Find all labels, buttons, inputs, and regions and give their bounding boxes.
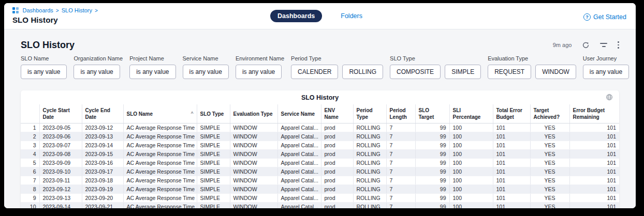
breadcrumb-link-slo-history[interactable]: SLO History bbox=[62, 7, 92, 13]
filter-label: SLO Name bbox=[21, 55, 67, 61]
table-cell-error_budget_remaining: 101 bbox=[569, 159, 619, 167]
table-cell-sli_percentage: 100 bbox=[449, 194, 493, 203]
column-header-slo_target[interactable]: SLO Target bbox=[415, 104, 449, 124]
dashboard-content: SLO History 9m ago SLO Nameis any valueO… bbox=[4, 29, 636, 208]
more-vertical-icon[interactable] bbox=[618, 40, 619, 50]
column-header-error_budget_remaining[interactable]: Error Budget Remaining bbox=[569, 104, 619, 124]
filter-label: Period Type bbox=[291, 55, 383, 61]
filter-chip[interactable]: WINDOW bbox=[535, 65, 576, 79]
table-cell-num: 2 bbox=[21, 132, 39, 141]
table-cell-service_name: Apparel Catal... bbox=[277, 159, 321, 167]
table-cell-cycle_end: 2023-09-13 bbox=[82, 132, 123, 141]
column-header-cycle_end[interactable]: Cycle End Date bbox=[82, 104, 123, 124]
filter-chip[interactable]: is any value bbox=[183, 65, 229, 79]
filter-chip-list: is any value bbox=[183, 65, 229, 79]
table-cell-slo_target: 99 bbox=[415, 124, 449, 132]
table-cell-total_error_budget: 101 bbox=[493, 185, 530, 194]
filter-chip[interactable]: is any value bbox=[21, 65, 67, 79]
filter-chip-list: COMPOSITESIMPLE bbox=[390, 65, 481, 79]
table-cell-cycle_start: 2023-09-12 bbox=[39, 185, 82, 194]
table-cell-error_budget_remaining: 101 bbox=[569, 176, 619, 185]
explore-globe-icon[interactable] bbox=[606, 94, 613, 101]
table-cell-cycle_start: 2023-09-06 bbox=[39, 132, 82, 141]
table-cell-cycle_end: 2023-09-21 bbox=[82, 203, 123, 209]
help-question-icon: ? bbox=[583, 13, 591, 21]
table-cell-slo_target: 99 bbox=[415, 159, 449, 167]
table-cell-sli_percentage: 100 bbox=[449, 124, 493, 132]
filter-chip[interactable]: is any value bbox=[236, 65, 282, 79]
column-header-label: Cycle End Date bbox=[85, 107, 110, 120]
column-header-env_name[interactable]: ENV Name bbox=[321, 104, 353, 124]
table-header-row: Cycle Start DateCycle End DateSLO Name^S… bbox=[21, 104, 619, 124]
column-header-period_length[interactable]: Period Length bbox=[386, 104, 415, 124]
filter-group: Period TypeCALENDERROLLING bbox=[291, 55, 383, 79]
slo-history-table: Cycle Start DateCycle End DateSLO Name^S… bbox=[21, 104, 619, 208]
filter-chip[interactable]: is any value bbox=[74, 65, 120, 79]
filter-chip-list: CALENDERROLLING bbox=[291, 65, 383, 79]
table-row: 32023-09-072023-09-14AC Average Response… bbox=[21, 141, 619, 150]
filter-chip[interactable]: ROLLING bbox=[342, 65, 383, 79]
filter-chip-list: is any value bbox=[21, 65, 67, 79]
table-cell-period_length: 7 bbox=[386, 185, 415, 194]
table-cell-target_achieved: YES bbox=[530, 194, 569, 203]
filter-label: Environment Name bbox=[236, 55, 284, 61]
table-cell-env_name: prod bbox=[321, 159, 353, 167]
filter-chip-list: is any value bbox=[129, 65, 175, 79]
column-header-service_name[interactable]: Service Name bbox=[277, 104, 321, 124]
filter-chip-list: is any value bbox=[74, 65, 123, 79]
column-header-slo_name[interactable]: SLO Name^ bbox=[123, 104, 197, 124]
column-header-target_achieved[interactable]: Target Achieved? bbox=[530, 104, 569, 124]
table-cell-slo_type: SIMPLE bbox=[197, 203, 230, 209]
table-cell-total_error_budget: 101 bbox=[493, 159, 530, 167]
column-header-slo_type[interactable]: SLO Type bbox=[197, 104, 230, 124]
column-header-label: Total Error Budget bbox=[496, 107, 522, 120]
column-header-total_error_budget[interactable]: Total Error Budget bbox=[493, 104, 530, 124]
table-row: 102023-09-142023-09-21AC Average Respons… bbox=[21, 203, 619, 209]
tab-folders[interactable]: Folders bbox=[333, 10, 370, 22]
table-cell-evaluation_type: WINDOW bbox=[230, 150, 277, 159]
column-header-label: SLO Type bbox=[200, 111, 224, 117]
filter-chip[interactable]: is any value bbox=[129, 65, 175, 79]
column-header-label: Period Length bbox=[390, 107, 407, 120]
dashboard-utilities: 9m ago bbox=[553, 40, 619, 50]
table-cell-slo_name: AC Average Response Time bbox=[123, 124, 197, 132]
column-header-label: SLI Percentage bbox=[453, 107, 481, 120]
filter-chip[interactable]: is any value bbox=[583, 65, 629, 79]
table-cell-sli_percentage: 100 bbox=[449, 141, 493, 150]
filter-chip[interactable]: SIMPLE bbox=[445, 65, 481, 79]
column-header-evaluation_type[interactable]: Evaluation Type bbox=[230, 104, 277, 124]
table-cell-num: 3 bbox=[21, 141, 39, 150]
table-cell-service_name: Apparel Catal... bbox=[277, 141, 321, 150]
table-cell-period_type: ROLLING bbox=[353, 150, 386, 159]
filter-icon[interactable] bbox=[600, 40, 607, 50]
column-header-sli_percentage[interactable]: SLI Percentage bbox=[449, 104, 493, 124]
table-row: 92023-09-132023-09-20AC Average Response… bbox=[21, 194, 619, 203]
table-cell-env_name: prod bbox=[321, 185, 353, 194]
table-cell-service_name: Apparel Catal... bbox=[277, 185, 321, 194]
table-cell-cycle_end: 2023-09-14 bbox=[82, 141, 123, 150]
table-cell-slo_target: 99 bbox=[415, 194, 449, 203]
filter-chip[interactable]: COMPOSITE bbox=[390, 65, 441, 79]
table-cell-slo_type: SIMPLE bbox=[197, 194, 230, 203]
column-header-label: SLO Target bbox=[419, 107, 434, 120]
get-started-link[interactable]: ? Get Started bbox=[583, 13, 626, 21]
column-header-cycle_start[interactable]: Cycle Start Date bbox=[39, 104, 82, 124]
column-header-label: Target Achieved? bbox=[534, 107, 560, 120]
column-header-period_type[interactable]: Period Type bbox=[353, 104, 386, 124]
filter-chip[interactable]: CALENDER bbox=[291, 65, 338, 79]
table-cell-slo_name: AC Average Response Time bbox=[123, 132, 197, 141]
table-cell-slo_type: SIMPLE bbox=[197, 159, 230, 167]
filter-group: Project Nameis any value bbox=[129, 55, 175, 79]
table-cell-env_name: prod bbox=[321, 132, 353, 141]
table-cell-slo_type: SIMPLE bbox=[197, 124, 230, 132]
table-cell-slo_type: SIMPLE bbox=[197, 132, 230, 141]
filter-chip[interactable]: REQUEST bbox=[488, 65, 531, 79]
table-cell-slo_type: SIMPLE bbox=[197, 141, 230, 150]
column-header-label: Cycle Start Date bbox=[43, 107, 70, 120]
table-cell-num: 10 bbox=[21, 203, 39, 209]
refresh-icon[interactable] bbox=[582, 40, 590, 50]
table-cell-cycle_end: 2023-09-15 bbox=[82, 150, 123, 159]
tab-dashboards[interactable]: Dashboards bbox=[270, 10, 322, 22]
view-toggle-tabs: Dashboards Folders bbox=[270, 10, 370, 22]
breadcrumb-link-dashboards[interactable]: Dashboards bbox=[23, 7, 53, 13]
